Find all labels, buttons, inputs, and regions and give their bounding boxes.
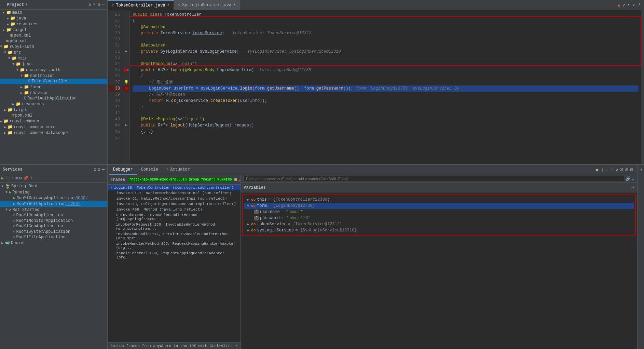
- tree-item-java[interactable]: ▶ 📁 java: [0, 15, 107, 21]
- tree-item-ruoyi-auth-app[interactable]: C RuoYiAuthApplication: [0, 96, 107, 101]
- tree-item-service[interactable]: ▶ 📁 service: [0, 90, 107, 96]
- frame-1[interactable]: invoke:0:-1, NativeMethodAccessorImpl (s…: [108, 190, 241, 196]
- frame-3[interactable]: invoke:43, DelegatingMethodAccessorImpl …: [108, 201, 241, 207]
- frame-7[interactable]: invokeAndHandle:117, ServletInvocableHan…: [108, 231, 241, 241]
- bottom-close-icon[interactable]: ×: [235, 344, 238, 348]
- services-gen-app[interactable]: ○ RuoYiGenApplication: [0, 224, 107, 229]
- services-running-group[interactable]: ▼ ▶ Running: [0, 189, 107, 195]
- debug-evaluate-icon[interactable]: ⌘: [620, 167, 623, 173]
- sidebar-gear-icon[interactable]: ⚙: [88, 2, 91, 7]
- tree-item-ruoyi-common[interactable]: ▶ 📁 ruoyi-common: [0, 118, 107, 124]
- tree-item-pom2[interactable]: m pom.xml: [0, 38, 107, 44]
- tab-syslogin-close[interactable]: ×: [233, 3, 235, 7]
- frame-6[interactable]: invokeForRequest:150, InvocableHandlerMe…: [108, 222, 241, 231]
- more-icon[interactable]: ⋮: [638, 3, 641, 7]
- tree-item-main2[interactable]: ▼ 📁 main: [0, 55, 107, 61]
- thread-filter-icon[interactable]: ⊟: [234, 177, 237, 182]
- tree-item-main[interactable]: ▶ 📁 main: [0, 10, 107, 15]
- tab-console[interactable]: Console: [137, 165, 162, 175]
- project-dropdown-icon[interactable]: ▼: [25, 3, 27, 6]
- tab-actuator[interactable]: ⚡ Actuator: [162, 165, 194, 175]
- tree-item-com-ruoyi[interactable]: ▼ 📁 com.ruoyi.auth: [0, 67, 107, 73]
- thread-expand-icon[interactable]: ⌄: [238, 177, 241, 182]
- frame-9[interactable]: handleInternal:808, RequestMappingHandle…: [108, 251, 241, 260]
- services-auth-app[interactable]: ▶ RuoYiAuthApplication :9200/: [0, 201, 107, 207]
- frame-5[interactable]: doInvoke:205, InvocableHandlerMethod (or…: [108, 212, 241, 222]
- frame-2[interactable]: invoke:62, NativeMethodAccessorImpl (sun…: [108, 196, 241, 201]
- tree-item-java2[interactable]: ▼ 📁 java: [0, 61, 107, 67]
- tree-item-form[interactable]: ▶ 📁 form: [0, 84, 107, 90]
- code-line-38: LoginUser userInfo = sysLoginService.log…: [133, 85, 639, 92]
- var-username[interactable]: f username = "admin": [244, 209, 634, 215]
- debug-split-icon[interactable]: ⊟: [630, 167, 633, 173]
- code-lines[interactable]: public class TokenController { @Autowire…: [130, 10, 641, 164]
- services-system-app[interactable]: ○ RuoYiSystemApplication: [0, 229, 107, 234]
- var-form[interactable]: ▼ oo form = {LoginBody@12739}: [244, 203, 634, 209]
- services-settings-icon[interactable]: ⚙: [94, 167, 97, 172]
- services-monitor-app[interactable]: ○ RuoYiMonitorApplication: [0, 218, 107, 224]
- editor-right-icons: ⚠ 1 △ 2 ∧ ∨ ⋮: [608, 3, 644, 7]
- services-gateway-app[interactable]: ▶ RuoYiGatewayApplication :8080/: [0, 195, 107, 201]
- debug-grid-icon[interactable]: ⊞: [625, 167, 628, 173]
- services-minimize-icon[interactable]: —: [102, 167, 105, 172]
- variables-content: ▶ oo this = {TokenController@12309} ▼ oo: [241, 192, 637, 349]
- services-stop-icon[interactable]: ⬛: [5, 176, 10, 181]
- services-not-started-group[interactable]: ▼ ✗ Not Started: [0, 207, 107, 213]
- tree-item-ruoyi-common-core[interactable]: ▶ 📁 ruoyi-common-core: [0, 124, 107, 130]
- debugger-content: Frames *http-nio-9200-exec-1*@...in grou…: [108, 175, 637, 349]
- services-gear2-icon[interactable]: ⚙: [98, 167, 100, 172]
- eval-input[interactable]: [244, 176, 624, 182]
- var-this[interactable]: ▶ oo this = {TokenController@12309}: [244, 197, 634, 203]
- tree-item-controller[interactable]: ▼ 📁 controller: [0, 73, 107, 79]
- sidebar-collapse-icon[interactable]: —: [102, 2, 105, 7]
- frame-active[interactable]: ✓ login:38, TokenController (com.ruoyi.a…: [108, 185, 241, 190]
- editor-scrollbar[interactable]: [641, 10, 644, 164]
- debug-step-over-icon[interactable]: ⤵: [601, 167, 603, 173]
- tree-item-target2[interactable]: ▶ 📁 target: [0, 107, 107, 113]
- tree-item-resources[interactable]: ▶ 📁 resources: [0, 21, 107, 27]
- sidebar-settings-icon[interactable]: ⚙: [98, 2, 100, 7]
- variables-header: Variables +: [241, 183, 637, 192]
- debug-step-into-icon[interactable]: ↓: [605, 167, 608, 173]
- services-collapse-icon[interactable]: ↕: [12, 176, 14, 181]
- tree-item-src[interactable]: ▼ 📁 src: [0, 50, 107, 55]
- right-icon-1[interactable]: ≡: [639, 169, 643, 171]
- collapse-icon[interactable]: ∨: [632, 3, 635, 7]
- services-group-icon[interactable]: ⊞: [15, 176, 18, 181]
- code-line-44: public R<?> logout(HttpServletRequest re…: [133, 122, 639, 129]
- services-springboot-group[interactable]: ▼ 🍃 Spring Boot: [0, 183, 107, 189]
- tree-item-ruoyi-auth[interactable]: ▼ 📁 ruoyi-auth: [0, 44, 107, 50]
- add-watch-icon[interactable]: +: [632, 185, 634, 190]
- tab-token-close[interactable]: ×: [167, 3, 169, 7]
- var-password[interactable]: f password = "admin123": [244, 215, 634, 221]
- tree-item-ruoyi-common-datascope[interactable]: ▶ 📁 ruoyi-common-datascope: [0, 130, 107, 136]
- tree-item-target1[interactable]: ▶ 📁 target: [0, 27, 107, 33]
- debug-resume-icon[interactable]: ▶: [596, 167, 599, 173]
- eval-link-icon[interactable]: 🔗: [626, 176, 631, 182]
- services-play-icon[interactable]: ▶: [1, 176, 4, 181]
- services-filter-icon[interactable]: ⊟: [19, 176, 22, 181]
- services-job-app[interactable]: ○ RuoYiJobApplication: [0, 213, 107, 218]
- services-add-icon[interactable]: +: [30, 175, 33, 181]
- frame-8[interactable]: invokeHandlerMethod:895, RequestMappingH…: [108, 241, 241, 251]
- debug-run-to-icon[interactable]: ↗: [615, 167, 618, 173]
- tab-token-controller[interactable]: C TokenController.java ×: [108, 0, 174, 10]
- services-file-app[interactable]: ○ RuoYiFileApplication: [0, 234, 107, 240]
- tab-debugger[interactable]: Debugger: [109, 165, 137, 175]
- debugger-panel: Debugger Console ⚡ Actuator ▶ ⤵ ↓ ↑ ↗ ⌘ …: [108, 165, 637, 349]
- tree-item-pom1[interactable]: m pom.xml: [0, 33, 107, 38]
- var-sys-login-service[interactable]: ▶ oo sysLoginService = {SysLoginService@…: [244, 227, 634, 233]
- var-token-service[interactable]: ▶ oo tokenService = {TokenService@12312}: [244, 221, 634, 227]
- sidebar-list-icon[interactable]: ≡: [93, 2, 95, 7]
- expand-icon[interactable]: ∧: [628, 3, 630, 7]
- code-line-41: }: [133, 104, 639, 110]
- frame-4[interactable]: invoke:498, Method (java.lang.reflect): [108, 207, 241, 212]
- tab-syslogin[interactable]: C SysLoginService.java ×: [174, 0, 240, 10]
- tree-item-resources2[interactable]: ▶ 📁 resources: [0, 101, 107, 107]
- services-docker-group[interactable]: ▶ 🐳 Docker: [0, 240, 107, 246]
- tree-item-token-controller[interactable]: C TokenController: [0, 79, 107, 84]
- services-pin-icon[interactable]: 📌: [23, 176, 28, 181]
- debug-step-out-icon[interactable]: ↑: [611, 167, 613, 173]
- eval-expand-icon[interactable]: ⌄: [632, 176, 634, 182]
- tree-item-pom3[interactable]: m pom.xml: [0, 113, 107, 118]
